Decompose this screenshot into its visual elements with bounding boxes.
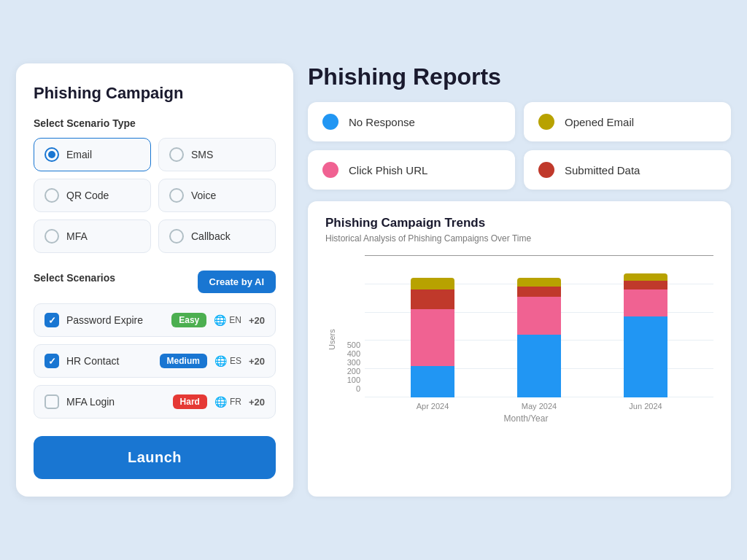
bar-segment: [624, 289, 667, 316]
globe-icon: 🌐: [214, 314, 226, 326]
radio-circle-callback: [169, 229, 184, 244]
x-label: May 2024: [514, 402, 565, 411]
legend-label-no-response: No Response: [349, 116, 415, 128]
checkbox-password-expire[interactable]: [44, 313, 59, 327]
y-tick: 100: [338, 376, 365, 384]
bar-segment: [411, 309, 454, 366]
checkbox-hr-contact[interactable]: [44, 354, 59, 368]
bar-segment: [624, 281, 667, 289]
right-panel: Phishing Reports No Response Opened Emai…: [308, 63, 731, 497]
scenario-type-sms[interactable]: SMS: [158, 138, 276, 171]
y-tick: 400: [338, 349, 365, 358]
legend-label-click-phish-url: Click Phish URL: [349, 164, 427, 176]
lang-tag-password-expire: 🌐 EN: [214, 314, 241, 326]
y-tick: 200: [338, 367, 365, 376]
lang-tag-mfa-login: 🌐 FR: [214, 396, 241, 408]
select-scenarios-header: Select Scenarios Create by AI: [34, 271, 276, 293]
bar-segment: [411, 366, 454, 397]
scenario-type-voice[interactable]: Voice: [158, 179, 276, 212]
create-ai-button[interactable]: Create by AI: [198, 271, 276, 293]
y-tick: 300: [338, 358, 365, 367]
radio-label-sms: SMS: [191, 149, 213, 160]
legend-card-submitted-data: Submitted Data: [524, 150, 731, 190]
grid-and-bars: [365, 255, 713, 397]
radio-label-mfa: MFA: [66, 230, 88, 242]
radio-circle-sms: [169, 147, 184, 162]
scenario-type-qrcode[interactable]: QR Code: [34, 179, 151, 212]
bar-segment: [517, 335, 561, 397]
launch-button[interactable]: Launch: [34, 436, 276, 479]
score-hr-contact: +20: [249, 356, 265, 367]
panel-title: Phishing Campaign: [34, 84, 276, 103]
select-scenarios-label: Select Scenarios: [34, 272, 115, 284]
bar-group-May-2024: [514, 278, 565, 397]
radio-circle-qrcode: [44, 188, 59, 203]
radio-circle-voice: [169, 188, 184, 203]
scenario-name-mfa-login: MFA Login: [66, 396, 166, 408]
radio-label-callback: Callback: [191, 230, 231, 242]
difficulty-mfa-login: Hard: [173, 394, 207, 409]
scenario-name-hr-contact: HR Contact: [66, 355, 152, 367]
legend-card-click-phish-url: Click Phish URL: [308, 150, 515, 190]
scenario-list: Password Expire Easy 🌐 EN +20 HR Contact…: [34, 303, 276, 419]
score-mfa-login: +20: [249, 397, 265, 408]
x-labels: Apr 2024May 2024Jun 2024: [365, 397, 713, 411]
difficulty-password-expire: Easy: [171, 313, 206, 327]
legend-grid: No Response Opened Email Click Phish URL…: [308, 102, 731, 190]
difficulty-hr-contact: Medium: [160, 354, 207, 368]
scenario-item-mfa-login: MFA Login Hard 🌐 FR +20: [34, 385, 276, 419]
y-axis: 0100200300400500: [338, 341, 365, 411]
x-axis-title: Month/Year: [338, 413, 713, 424]
legend-dot-click-phish-url: [322, 162, 338, 178]
bar-group-Apr-2024: [407, 278, 458, 397]
bar-segment: [624, 316, 667, 397]
legend-label-submitted-data: Submitted Data: [565, 164, 640, 176]
x-label: Jun 2024: [620, 402, 671, 411]
scenario-type-mfa[interactable]: MFA: [34, 219, 151, 253]
left-panel: Phishing Campaign Select Scenario Type E…: [16, 63, 293, 497]
globe-icon: 🌐: [214, 396, 227, 408]
y-axis-label: Users: [325, 255, 338, 424]
chart-wrapper: Users 0100200300400500: [325, 255, 713, 424]
radio-circle-email: [44, 147, 59, 162]
stacked-bar: [411, 278, 454, 397]
bars-row: [365, 255, 713, 397]
app-container: Phishing Campaign Select Scenario Type E…: [16, 63, 731, 497]
radio-label-email: Email: [66, 149, 92, 160]
globe-icon: 🌐: [214, 355, 227, 367]
chart-title: Phishing Campaign Trends: [325, 216, 713, 230]
stacked-bar: [624, 273, 667, 397]
bar-segment: [517, 278, 561, 287]
scenario-name-password-expire: Password Expire: [66, 314, 164, 326]
legend-label-opened-email: Opened Email: [565, 116, 634, 128]
chart-inner: 0100200300400500: [338, 255, 713, 424]
y-tick: 0: [338, 384, 365, 393]
reports-title: Phishing Reports: [308, 63, 731, 90]
scenario-type-callback[interactable]: Callback: [158, 219, 276, 253]
x-label: Apr 2024: [407, 402, 458, 411]
legend-card-opened-email: Opened Email: [524, 102, 731, 141]
bar-segment: [517, 297, 561, 335]
radio-circle-mfa: [44, 229, 59, 244]
y-tick: 500: [338, 341, 365, 349]
lang-tag-hr-contact: 🌐 ES: [214, 355, 241, 367]
scenario-type-grid: Email SMS QR Code Voice MFA Callback: [34, 138, 276, 253]
legend-card-no-response: No Response: [308, 102, 515, 141]
legend-dot-opened-email: [538, 114, 554, 130]
scenario-item-password-expire: Password Expire Easy 🌐 EN +20: [34, 303, 276, 337]
bar-group-Jun-2024: [620, 273, 671, 397]
scenario-type-email[interactable]: Email: [34, 138, 151, 171]
score-password-expire: +20: [249, 315, 265, 326]
legend-dot-submitted-data: [538, 162, 554, 178]
bar-segment: [624, 273, 667, 281]
chart-subtitle: Historical Analysis of Phishing Campaign…: [325, 233, 713, 244]
scenario-item-hr-contact: HR Contact Medium 🌐 ES +20: [34, 344, 276, 378]
radio-label-voice: Voice: [191, 190, 216, 201]
stacked-bar: [517, 278, 561, 397]
checkbox-mfa-login[interactable]: [44, 394, 59, 409]
bar-segment: [517, 287, 561, 297]
bar-segment: [411, 278, 454, 289]
legend-dot-no-response: [322, 114, 338, 130]
bar-segment: [411, 289, 454, 309]
scenario-type-label: Select Scenario Type: [34, 117, 276, 129]
